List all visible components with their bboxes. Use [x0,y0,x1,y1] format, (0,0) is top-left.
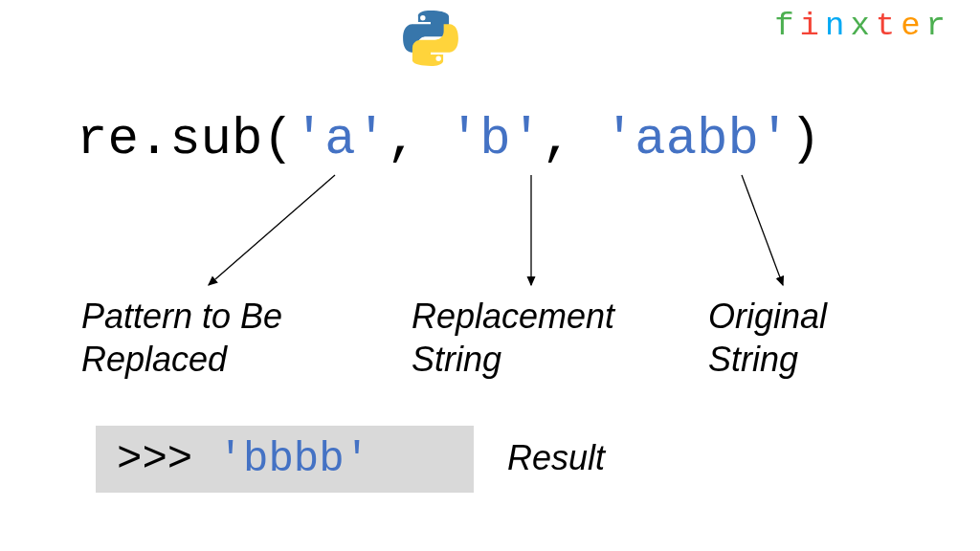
code-sep1: , [387,110,449,168]
svg-line-3 [742,175,783,285]
result-value: 'bbbb' [218,435,369,483]
result-prompt: >>> [117,435,218,483]
label-original: Original String [708,295,827,381]
svg-line-1 [209,175,335,285]
code-arg-original: 'aabb' [604,110,790,168]
code-prefix: re.sub( [77,110,294,168]
label-pattern: Pattern to Be Replaced [81,295,282,381]
code-arg-replacement: 'b' [449,110,542,168]
brand-letter: x [850,8,875,44]
label-original-line2: String [708,338,827,381]
brand-letter: n [825,8,850,44]
label-replacement: Replacement String [412,295,614,381]
label-original-line1: Original [708,295,827,338]
brand-letter: i [800,8,825,44]
brand-letter: r [926,8,951,44]
brand-letter: t [876,8,901,44]
brand-logo: finxter [774,8,951,44]
result-output: >>> 'bbbb' [96,426,474,493]
code-arg-pattern: 'a' [294,110,387,168]
label-pattern-line2: Replaced [81,338,282,381]
label-replacement-line2: String [412,338,614,381]
python-logo-icon [402,10,459,67]
label-result: Result [507,438,605,478]
code-expression: re.sub('a', 'b', 'aabb') [77,110,821,168]
code-sep2: , [542,110,604,168]
brand-letter: e [901,8,925,44]
code-suffix: ) [790,110,820,168]
brand-letter: f [774,8,799,44]
label-pattern-line1: Pattern to Be [81,295,282,338]
label-replacement-line1: Replacement [412,295,614,338]
